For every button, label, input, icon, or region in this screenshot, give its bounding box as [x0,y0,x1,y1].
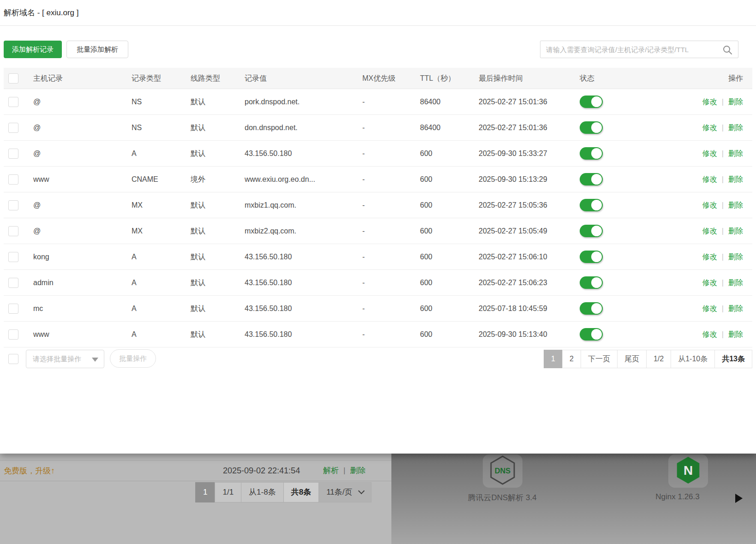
status-toggle[interactable] [580,199,603,211]
edit-link[interactable]: 修改 [702,305,717,312]
play-icon[interactable] [735,494,743,503]
search-box [540,41,738,58]
row-checkbox[interactable] [8,304,18,314]
batch-add-button[interactable]: 批量添加解析 [66,41,128,58]
row-operations: 修改|删除 [702,192,743,218]
select-all-checkbox[interactable] [8,73,18,84]
background-pagination: 11/1从1-8条共8条11条/页 [196,482,372,502]
page-cell[interactable]: 共13条 [714,350,752,368]
batch-operation-button[interactable]: 批量操作 [110,349,156,368]
dimmed-background: 免费版，升级↑ 2025-09-02 22:41:54 解析|删除 11/1从1… [0,454,756,544]
status-toggle[interactable] [580,173,603,185]
delete-link[interactable]: 删除 [728,124,743,132]
nginx-app-tile[interactable]: N [668,454,708,488]
domain-row-actions: 解析|删除 [323,460,391,481]
line-type: 默认 [191,296,205,321]
edit-link[interactable]: 修改 [702,175,717,183]
resolve-link[interactable]: 解析 [323,466,339,475]
edit-link[interactable]: 修改 [702,98,717,106]
edit-link[interactable]: 修改 [702,330,717,338]
edit-link[interactable]: 修改 [702,227,717,235]
mx-priority: - [362,115,365,140]
delete-link[interactable]: 删除 [728,98,743,106]
record-type: MX [132,218,143,244]
edit-link[interactable]: 修改 [702,279,717,287]
row-checkbox[interactable] [8,123,18,133]
row-checkbox[interactable] [8,174,18,185]
mx-priority: - [362,192,365,218]
delete-link[interactable]: 删除 [728,175,743,183]
delete-link[interactable]: 删除 [728,305,743,312]
search-input[interactable] [540,41,725,58]
main-pagination: 12下一页尾页1/2从1-10条共13条 [544,350,752,368]
delete-link[interactable]: 删除 [728,253,743,261]
row-checkbox[interactable] [8,226,18,236]
page-cell[interactable]: 1 [195,482,215,502]
record-type: A [132,296,137,321]
edit-link[interactable]: 修改 [702,124,717,132]
record-value: don.dnspod.net. [245,115,298,140]
page-cell[interactable]: 2 [562,350,581,368]
line-type: 默认 [191,218,205,244]
record-value: 43.156.50.180 [245,141,292,166]
table-row: @ MX 默认 mxbiz2.qq.com. - 600 2025-02-27 … [4,218,752,244]
col-mx: MX优先级 [362,68,396,89]
toggle-knob [591,226,602,236]
delete-link[interactable]: 删除 [728,227,743,235]
batch-operation-select[interactable]: 请选择批量操作 [26,350,104,368]
toggle-knob [591,329,602,340]
ttl-value: 600 [420,141,432,166]
delete-link[interactable]: 删除 [728,279,743,287]
page-cell[interactable]: 11条/页 [318,482,371,502]
page-cell[interactable]: 1 [544,350,563,368]
add-record-button[interactable]: 添加解析记录 [4,41,62,58]
record-type: NS [132,89,142,114]
edit-link[interactable]: 修改 [702,149,717,157]
delete-domain-link[interactable]: 删除 [350,466,366,475]
status-toggle[interactable] [580,121,603,134]
svg-text:DNS: DNS [495,466,511,475]
page-cell[interactable]: 1/1 [215,482,241,502]
status-toggle[interactable] [580,276,603,289]
row-checkbox[interactable] [8,97,18,107]
edit-link[interactable]: 修改 [702,201,717,209]
free-plan-upgrade-link[interactable]: 免费版，升级↑ [4,460,55,481]
page-cell[interactable]: 从1-10条 [671,350,715,368]
table-row: @ A 默认 43.156.50.180 - 600 2025-09-30 15… [4,141,752,167]
page-cell[interactable]: 下一页 [581,350,618,368]
status-toggle[interactable] [580,251,603,263]
toggle-knob [591,251,602,262]
page-cell[interactable]: 从1-8条 [241,482,284,502]
status-toggle[interactable] [580,302,603,315]
last-op-time: 2025-02-27 15:06:10 [479,244,547,269]
host-record: www [33,167,49,192]
search-icon[interactable] [722,45,732,57]
row-operations: 修改|删除 [702,115,743,140]
batch-select-checkbox[interactable] [8,354,18,364]
table-row: admin A 默认 43.156.50.180 - 600 2025-02-2… [4,270,752,296]
page-cell[interactable]: 尾页 [617,350,647,368]
status-toggle[interactable] [580,225,603,237]
row-checkbox[interactable] [8,149,18,159]
nginx-app-label: Nginx 1.26.3 [631,492,724,502]
row-checkbox[interactable] [8,252,18,262]
status-toggle[interactable] [580,96,603,108]
row-checkbox[interactable] [8,329,18,340]
table-row: @ NS 默认 don.dnspod.net. - 86400 2025-02-… [4,115,752,141]
edit-link[interactable]: 修改 [702,253,717,261]
page-cell[interactable]: 共8条 [283,482,319,502]
page-cell[interactable]: 1/2 [646,350,671,368]
row-checkbox[interactable] [8,200,18,210]
status-toggle[interactable] [580,147,603,160]
record-type: MX [132,192,143,218]
row-operations: 修改|删除 [702,167,743,192]
delete-link[interactable]: 删除 [728,201,743,209]
delete-link[interactable]: 删除 [728,330,743,338]
last-op-time: 2025-02-27 15:01:36 [479,115,547,140]
toggle-knob [591,303,602,314]
toggle-knob [591,96,602,107]
row-checkbox[interactable] [8,278,18,288]
delete-link[interactable]: 删除 [728,149,743,157]
status-toggle[interactable] [580,328,603,341]
dns-app-tile[interactable]: DNS [483,454,522,488]
